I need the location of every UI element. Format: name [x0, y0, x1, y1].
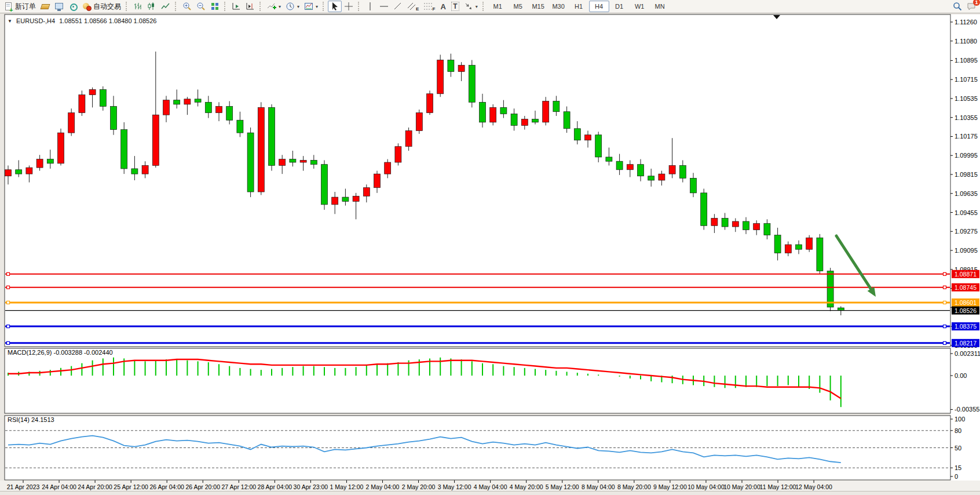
- timeframe-label: H4: [591, 3, 607, 10]
- chart-shift-button[interactable]: [243, 1, 257, 12]
- svg-text:27 Apr 12:00: 27 Apr 12:00: [222, 483, 257, 490]
- text-button[interactable]: A: [437, 1, 449, 12]
- tab-timeframe-d1[interactable]: D1: [609, 1, 630, 12]
- text-label-button[interactable]: T: [449, 1, 461, 12]
- hline-handle[interactable]: [7, 301, 10, 304]
- bar-chart-icon: [133, 2, 142, 11]
- tab-timeframe-m15[interactable]: M15: [528, 1, 548, 12]
- auto-trading-icon: [82, 2, 92, 11]
- tile-windows-button[interactable]: [208, 1, 222, 12]
- tab-timeframe-m5[interactable]: M5: [508, 1, 528, 12]
- svg-text:1.09995: 1.09995: [955, 152, 978, 159]
- zoom-in-icon: [182, 2, 192, 11]
- arrows-button[interactable]: ▾: [462, 1, 480, 12]
- vertical-line-button[interactable]: [363, 1, 377, 12]
- svg-text:0.002311: 0.002311: [955, 350, 980, 357]
- notifications-button[interactable]: 1: [964, 1, 978, 12]
- main-panel[interactable]: [5, 14, 950, 347]
- hline-handle[interactable]: [7, 272, 10, 275]
- svg-text:1 May 12:00: 1 May 12:00: [330, 483, 364, 490]
- macd-panel[interactable]: [5, 348, 950, 413]
- line-chart-button[interactable]: [159, 1, 173, 12]
- auto-scroll-button[interactable]: [229, 1, 243, 12]
- svg-text:80: 80: [955, 427, 961, 434]
- search-button[interactable]: [950, 1, 964, 12]
- hline-handle[interactable]: [944, 325, 946, 328]
- dropdown-caret-icon: ▾: [316, 4, 318, 9]
- hline-handle[interactable]: [944, 272, 946, 275]
- tab-timeframe-h1[interactable]: H1: [569, 1, 589, 12]
- tab-timeframe-mn[interactable]: MN: [650, 1, 670, 12]
- tab-timeframe-w1[interactable]: W1: [630, 1, 650, 12]
- timeframe-label: MN: [652, 3, 668, 10]
- hline-handle[interactable]: [7, 325, 10, 328]
- timeframe-label: H1: [571, 3, 587, 10]
- chart-header-triangle-icon: ▼: [8, 19, 12, 24]
- tab-timeframe-m1[interactable]: M1: [488, 1, 508, 12]
- signal-icon: [68, 2, 78, 11]
- zoom-in-button[interactable]: [180, 1, 194, 12]
- hline-handle[interactable]: [944, 286, 946, 289]
- dropdown-caret-icon: ▾: [297, 4, 299, 9]
- main-toolbar: + 新订单 自动交易 ▾ ▾ ▾ E F A T ▾ M1M5M15M30H1H…: [0, 0, 980, 13]
- svg-text:4 May 04:00: 4 May 04:00: [474, 483, 507, 490]
- periods-button[interactable]: ▾: [283, 1, 302, 12]
- timeframe-label: M1: [490, 3, 506, 10]
- timeframe-label: M5: [510, 3, 526, 10]
- chart-ohlc-readout: 1.08551 1.08566 1.08480 1.08526: [59, 17, 156, 24]
- dropdown-caret-icon: ▾: [476, 4, 478, 9]
- chart-header[interactable]: ▼ EURUSD-,H4 1.08551 1.08566 1.08480 1.0…: [8, 17, 156, 24]
- timeframe-label: W1: [632, 3, 648, 10]
- auto-trading-button[interactable]: 自动交易: [80, 1, 123, 12]
- bar-chart-button[interactable]: [131, 1, 145, 12]
- svg-text:100: 100: [955, 416, 965, 423]
- cursor-button[interactable]: [328, 1, 342, 12]
- rsi-label: RSI(14) 24.1513: [8, 416, 54, 423]
- toolbar-grip: [358, 2, 361, 11]
- svg-text:1.11260: 1.11260: [955, 19, 977, 26]
- crosshair-icon: [344, 2, 353, 11]
- signals-button[interactable]: [66, 1, 80, 12]
- indicators-button[interactable]: ▾: [265, 1, 283, 12]
- equidistant-channel-button[interactable]: E: [405, 1, 421, 12]
- toolbar-grip: [259, 2, 262, 11]
- svg-text:30 Apr 23:00: 30 Apr 23:00: [294, 483, 328, 490]
- toolbar-grip: [126, 2, 129, 11]
- indicators-icon: [267, 2, 276, 11]
- chart-area[interactable]: 1.112601.110801.108951.107151.105351.103…: [0, 13, 980, 495]
- zoom-out-button[interactable]: [194, 1, 208, 12]
- hline-handle[interactable]: [7, 341, 10, 344]
- svg-text:1.09275: 1.09275: [955, 228, 978, 235]
- svg-text:12 May 04:00: 12 May 04:00: [795, 483, 832, 490]
- hline-handle[interactable]: [944, 301, 946, 304]
- svg-text:4 May 20:00: 4 May 20:00: [510, 483, 543, 490]
- trendline-button[interactable]: [391, 1, 405, 12]
- toolbar-grip: [175, 2, 178, 11]
- crosshair-button[interactable]: [342, 1, 356, 12]
- terminal-button[interactable]: [52, 1, 66, 12]
- svg-text:1.08871: 1.08871: [955, 271, 977, 278]
- market-depth-button[interactable]: [38, 1, 52, 12]
- auto-trading-label: 自动交易: [93, 2, 121, 12]
- toolbar-grip: [482, 2, 485, 11]
- hline-handle[interactable]: [7, 286, 10, 289]
- text-icon: A: [441, 2, 446, 11]
- svg-text:1.08745: 1.08745: [955, 284, 977, 291]
- timeframe-label: M30: [551, 3, 566, 10]
- fibonacci-button[interactable]: F: [421, 1, 437, 12]
- candlestick-chart-button[interactable]: [145, 1, 159, 12]
- horizontal-line-button[interactable]: [377, 1, 391, 12]
- fibonacci-icon: [423, 2, 433, 11]
- new-order-icon: +: [4, 2, 13, 11]
- svg-text:26 Apr 04:00: 26 Apr 04:00: [149, 483, 184, 490]
- new-order-button[interactable]: + 新订单: [2, 1, 38, 12]
- timeframe-label: D1: [612, 3, 627, 10]
- tab-timeframe-m30[interactable]: M30: [548, 1, 569, 12]
- terminal-icon: [54, 2, 64, 11]
- hline-handle[interactable]: [944, 341, 946, 344]
- svg-text:1.11080: 1.11080: [955, 38, 977, 45]
- tab-timeframe-h4[interactable]: H4: [589, 1, 609, 12]
- templates-button[interactable]: ▾: [302, 1, 320, 12]
- cursor-icon: [330, 2, 339, 11]
- svg-text:0.00: 0.00: [955, 372, 967, 379]
